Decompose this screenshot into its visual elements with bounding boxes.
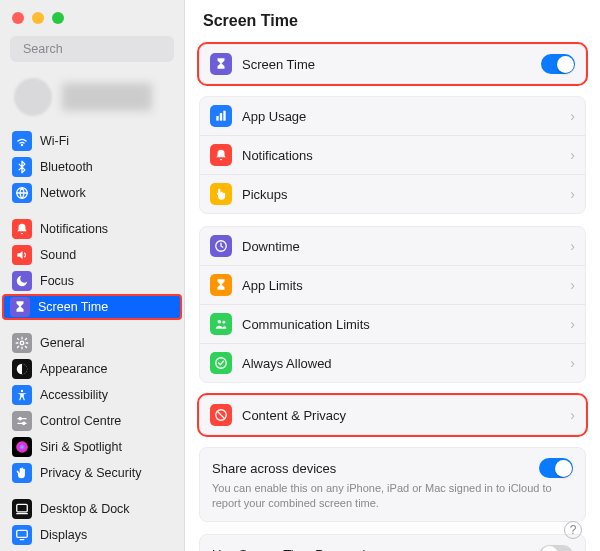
limits-panel: Downtime›App Limits›Communication Limits… [199, 226, 586, 383]
row-label: Downtime [242, 239, 560, 254]
svg-line-26 [218, 412, 225, 419]
row-downtime[interactable]: Downtime› [200, 227, 585, 265]
bell-icon [12, 219, 32, 239]
sidebar-item-label: Control Centre [40, 414, 121, 428]
sidebar-item-sound[interactable]: Sound [6, 242, 178, 268]
passcode-toggle[interactable] [539, 545, 573, 551]
svg-rect-18 [216, 116, 218, 121]
row-communication-limits[interactable]: Communication Limits› [200, 304, 585, 343]
sidebar: Wi-FiBluetoothNetworkNotificationsSoundF… [0, 0, 185, 551]
svg-rect-14 [17, 530, 28, 537]
fullscreen-icon[interactable] [52, 12, 64, 24]
window: Wi-FiBluetoothNetworkNotificationsSoundF… [0, 0, 600, 551]
window-controls [0, 0, 184, 32]
screen-time-label: Screen Time [242, 57, 531, 72]
nope-icon [210, 404, 232, 426]
share-title: Share across devices [212, 461, 336, 476]
sidebar-item-label: Network [40, 186, 86, 200]
chart-icon [210, 105, 232, 127]
chevron-right-icon: › [570, 186, 575, 202]
clock-icon [210, 235, 232, 257]
content-privacy-label: Content & Privacy [242, 408, 560, 423]
close-icon[interactable] [12, 12, 24, 24]
sidebar-item-label: Accessibility [40, 388, 108, 402]
sidebar-item-general[interactable]: General [6, 330, 178, 356]
row-pickups[interactable]: Pickups› [200, 174, 585, 213]
passcode-panel: Use Screen Time Passcode Use a passcode … [199, 534, 586, 551]
sidebar-item-label: Screen Time [38, 300, 108, 314]
sound-icon [12, 245, 32, 265]
chevron-right-icon: › [570, 316, 575, 332]
usage-panel: App Usage›Notifications›Pickups› [199, 96, 586, 214]
svg-rect-19 [220, 113, 222, 121]
search-input[interactable] [10, 36, 174, 62]
siri-icon [12, 437, 32, 457]
sidebar-item-label: Privacy & Security [40, 466, 141, 480]
svg-point-24 [216, 358, 227, 369]
sidebar-item-privacy-security[interactable]: Privacy & Security [6, 460, 178, 486]
screen-time-row[interactable]: Screen Time [200, 45, 585, 83]
account-button[interactable] [10, 74, 174, 120]
search-field[interactable] [23, 42, 180, 56]
acc-icon [12, 385, 32, 405]
share-toggle[interactable] [539, 458, 573, 478]
chevron-right-icon: › [570, 277, 575, 293]
sidebar-item-bluetooth[interactable]: Bluetooth [6, 154, 178, 180]
sidebar-item-label: Siri & Spotlight [40, 440, 122, 454]
row-label: Always Allowed [242, 356, 560, 371]
sidebar-item-label: Focus [40, 274, 74, 288]
ctrl-icon [12, 411, 32, 431]
hand-icon [12, 463, 32, 483]
row-label: App Usage [242, 109, 560, 124]
minimize-icon[interactable] [32, 12, 44, 24]
content-area: Screen Time Screen Time App Usage›Notifi… [185, 0, 600, 551]
sidebar-item-wi-fi[interactable]: Wi-Fi [6, 128, 178, 154]
account-label [62, 83, 152, 111]
sidebar-item-focus[interactable]: Focus [6, 268, 178, 294]
sidebar-item-label: Wi-Fi [40, 134, 69, 148]
check-icon [210, 352, 232, 374]
svg-point-11 [16, 441, 28, 453]
help-icon[interactable]: ? [564, 521, 582, 539]
row-app-usage[interactable]: App Usage› [200, 97, 585, 135]
sidebar-item-label: Appearance [40, 362, 107, 376]
screen-time-toggle[interactable] [541, 54, 575, 74]
sidebar-item-network[interactable]: Network [6, 180, 178, 206]
svg-point-6 [21, 390, 23, 392]
row-label: Notifications [242, 148, 560, 163]
bell-icon [210, 144, 232, 166]
page-title: Screen Time [203, 12, 586, 30]
content-privacy-panel: Content & Privacy › [199, 395, 586, 435]
svg-point-8 [19, 418, 21, 420]
svg-point-2 [21, 145, 22, 146]
sidebar-item-desktop-dock[interactable]: Desktop & Dock [6, 496, 178, 522]
wifi-icon [12, 131, 32, 151]
appearance-icon [12, 359, 32, 379]
sidebar-item-displays[interactable]: Displays [6, 522, 178, 548]
share-panel: Share across devices You can enable this… [199, 447, 586, 522]
row-notifications[interactable]: Notifications› [200, 135, 585, 174]
row-always-allowed[interactable]: Always Allowed› [200, 343, 585, 382]
moon-icon [12, 271, 32, 291]
sidebar-item-appearance[interactable]: Appearance [6, 356, 178, 382]
sidebar-item-label: Desktop & Dock [40, 502, 130, 516]
sidebar-item-siri-spotlight[interactable]: Siri & Spotlight [6, 434, 178, 460]
row-app-limits[interactable]: App Limits› [200, 265, 585, 304]
disp-icon [12, 525, 32, 545]
share-subtitle: You can enable this on any iPhone, iPad … [212, 481, 573, 511]
sidebar-item-label: Displays [40, 528, 87, 542]
sidebar-item-notifications[interactable]: Notifications [6, 216, 178, 242]
sidebar-item-screen-time[interactable]: Screen Time [2, 294, 182, 320]
content-privacy-row[interactable]: Content & Privacy › [200, 396, 585, 434]
chevron-right-icon: › [570, 407, 575, 423]
passcode-title: Use Screen Time Passcode [212, 547, 372, 551]
avatar [14, 78, 52, 116]
svg-point-22 [218, 320, 222, 324]
gear-icon [12, 333, 32, 353]
sidebar-item-accessibility[interactable]: Accessibility [6, 382, 178, 408]
comm-icon [210, 313, 232, 335]
sidebar-item-control-centre[interactable]: Control Centre [6, 408, 178, 434]
sidebar-item-label: Sound [40, 248, 76, 262]
row-label: Communication Limits [242, 317, 560, 332]
pickup-icon [210, 183, 232, 205]
